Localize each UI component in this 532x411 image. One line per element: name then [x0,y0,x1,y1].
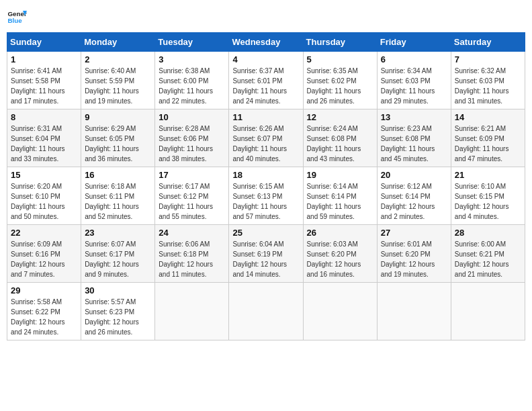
calendar-cell: 4 Sunrise: 6:37 AM Sunset: 6:01 PM Dayli… [229,52,303,109]
day-info: Sunrise: 6:28 AM Sunset: 6:06 PM Dayligh… [159,125,213,163]
calendar-cell: 27 Sunrise: 6:01 AM Sunset: 6:20 PM Dayl… [377,225,451,283]
calendar-cell: 18 Sunrise: 6:15 AM Sunset: 6:13 PM Dayl… [229,167,303,225]
page-header: General Blue [7,7,525,27]
calendar-table: SundayMondayTuesdayWednesdayThursdayFrid… [7,32,525,340]
day-number: 9 [85,112,151,122]
calendar-cell [155,283,229,340]
day-number: 17 [159,170,225,180]
day-number: 5 [307,54,373,64]
calendar-cell: 8 Sunrise: 6:31 AM Sunset: 6:04 PM Dayli… [7,109,81,167]
weekday-header-thursday: Thursday [303,33,377,52]
calendar-cell [229,283,303,340]
day-number: 13 [381,112,447,122]
day-info: Sunrise: 6:38 AM Sunset: 6:00 PM Dayligh… [159,67,213,105]
calendar-cell [377,283,451,340]
calendar-cell: 24 Sunrise: 6:06 AM Sunset: 6:18 PM Dayl… [155,225,229,283]
day-number: 12 [307,112,373,122]
calendar-cell: 13 Sunrise: 6:23 AM Sunset: 6:08 PM Dayl… [377,109,451,167]
calendar-cell: 14 Sunrise: 6:21 AM Sunset: 6:09 PM Dayl… [451,109,525,167]
day-number: 2 [85,54,151,64]
calendar-cell: 22 Sunrise: 6:09 AM Sunset: 6:16 PM Dayl… [7,225,81,283]
day-number: 10 [159,112,225,122]
calendar-cell: 19 Sunrise: 6:14 AM Sunset: 6:14 PM Dayl… [303,167,377,225]
day-number: 26 [307,228,373,238]
day-info: Sunrise: 6:12 AM Sunset: 6:14 PM Dayligh… [381,183,435,220]
day-info: Sunrise: 6:41 AM Sunset: 5:58 PM Dayligh… [11,67,65,105]
day-number: 1 [11,54,77,64]
day-info: Sunrise: 6:34 AM Sunset: 6:03 PM Dayligh… [381,67,435,105]
calendar-cell: 29 Sunrise: 5:58 AM Sunset: 6:22 PM Dayl… [7,283,81,340]
calendar-cell: 28 Sunrise: 6:00 AM Sunset: 6:21 PM Dayl… [451,225,525,283]
day-info: Sunrise: 5:57 AM Sunset: 6:23 PM Dayligh… [85,298,139,336]
day-number: 18 [232,170,299,180]
day-number: 16 [85,170,151,180]
day-number: 28 [455,228,521,238]
day-info: Sunrise: 6:00 AM Sunset: 6:21 PM Dayligh… [455,240,509,278]
calendar-cell: 6 Sunrise: 6:34 AM Sunset: 6:03 PM Dayli… [377,52,451,109]
weekday-header-sunday: Sunday [7,33,81,52]
calendar-cell: 20 Sunrise: 6:12 AM Sunset: 6:14 PM Dayl… [377,167,451,225]
calendar-cell: 12 Sunrise: 6:24 AM Sunset: 6:08 PM Dayl… [303,109,377,167]
day-info: Sunrise: 6:06 AM Sunset: 6:18 PM Dayligh… [159,240,213,278]
day-info: Sunrise: 6:26 AM Sunset: 6:07 PM Dayligh… [232,125,287,163]
day-info: Sunrise: 6:09 AM Sunset: 6:16 PM Dayligh… [11,240,65,278]
day-info: Sunrise: 5:58 AM Sunset: 6:22 PM Dayligh… [11,298,65,336]
calendar-cell: 15 Sunrise: 6:20 AM Sunset: 6:10 PM Dayl… [7,167,81,225]
day-number: 22 [11,228,77,238]
calendar-cell: 9 Sunrise: 6:29 AM Sunset: 6:05 PM Dayli… [81,109,155,167]
day-info: Sunrise: 6:37 AM Sunset: 6:01 PM Dayligh… [232,67,287,105]
calendar-cell: 11 Sunrise: 6:26 AM Sunset: 6:07 PM Dayl… [229,109,303,167]
weekday-header-saturday: Saturday [451,33,525,52]
day-info: Sunrise: 6:40 AM Sunset: 5:59 PM Dayligh… [85,67,139,105]
calendar-cell: 1 Sunrise: 6:41 AM Sunset: 5:58 PM Dayli… [7,52,81,109]
calendar-cell: 5 Sunrise: 6:35 AM Sunset: 6:02 PM Dayli… [303,52,377,109]
day-info: Sunrise: 6:29 AM Sunset: 6:05 PM Dayligh… [85,125,139,163]
calendar-cell: 7 Sunrise: 6:32 AM Sunset: 6:03 PM Dayli… [451,52,525,109]
weekday-header-wednesday: Wednesday [229,33,303,52]
day-info: Sunrise: 6:18 AM Sunset: 6:11 PM Dayligh… [85,183,139,220]
day-number: 6 [381,54,447,64]
day-number: 23 [85,228,151,238]
day-number: 7 [455,54,521,64]
day-info: Sunrise: 6:31 AM Sunset: 6:04 PM Dayligh… [11,125,65,163]
weekday-header-monday: Monday [81,33,155,52]
weekday-header-friday: Friday [377,33,451,52]
logo-icon: General Blue [7,7,27,27]
day-info: Sunrise: 6:35 AM Sunset: 6:02 PM Dayligh… [307,67,361,105]
logo: General Blue [7,7,27,27]
day-number: 11 [232,112,299,122]
day-number: 14 [455,112,521,122]
day-number: 25 [232,228,299,238]
calendar-cell [451,283,525,340]
day-info: Sunrise: 6:24 AM Sunset: 6:08 PM Dayligh… [307,125,361,163]
calendar-cell: 3 Sunrise: 6:38 AM Sunset: 6:00 PM Dayli… [155,52,229,109]
calendar-cell: 25 Sunrise: 6:04 AM Sunset: 6:19 PM Dayl… [229,225,303,283]
day-number: 27 [381,228,447,238]
day-number: 20 [381,170,447,180]
svg-text:Blue: Blue [8,17,23,24]
day-info: Sunrise: 6:10 AM Sunset: 6:15 PM Dayligh… [455,183,509,220]
day-info: Sunrise: 6:07 AM Sunset: 6:17 PM Dayligh… [85,240,139,278]
day-info: Sunrise: 6:01 AM Sunset: 6:20 PM Dayligh… [381,240,435,278]
day-info: Sunrise: 6:04 AM Sunset: 6:19 PM Dayligh… [232,240,287,278]
day-info: Sunrise: 6:03 AM Sunset: 6:20 PM Dayligh… [307,240,361,278]
day-number: 3 [159,54,225,64]
day-info: Sunrise: 6:20 AM Sunset: 6:10 PM Dayligh… [11,183,65,220]
day-number: 15 [11,170,77,180]
calendar-cell: 16 Sunrise: 6:18 AM Sunset: 6:11 PM Dayl… [81,167,155,225]
day-number: 19 [307,170,373,180]
day-number: 21 [455,170,521,180]
calendar-cell: 26 Sunrise: 6:03 AM Sunset: 6:20 PM Dayl… [303,225,377,283]
day-number: 4 [232,54,299,64]
day-info: Sunrise: 6:21 AM Sunset: 6:09 PM Dayligh… [455,125,509,163]
day-number: 29 [11,285,77,295]
day-info: Sunrise: 6:17 AM Sunset: 6:12 PM Dayligh… [159,183,213,220]
calendar-cell: 21 Sunrise: 6:10 AM Sunset: 6:15 PM Dayl… [451,167,525,225]
day-info: Sunrise: 6:23 AM Sunset: 6:08 PM Dayligh… [381,125,435,163]
calendar-cell: 23 Sunrise: 6:07 AM Sunset: 6:17 PM Dayl… [81,225,155,283]
weekday-header-tuesday: Tuesday [155,33,229,52]
day-number: 30 [85,285,151,295]
day-info: Sunrise: 6:14 AM Sunset: 6:14 PM Dayligh… [307,183,361,220]
calendar-cell: 10 Sunrise: 6:28 AM Sunset: 6:06 PM Dayl… [155,109,229,167]
calendar-cell: 30 Sunrise: 5:57 AM Sunset: 6:23 PM Dayl… [81,283,155,340]
